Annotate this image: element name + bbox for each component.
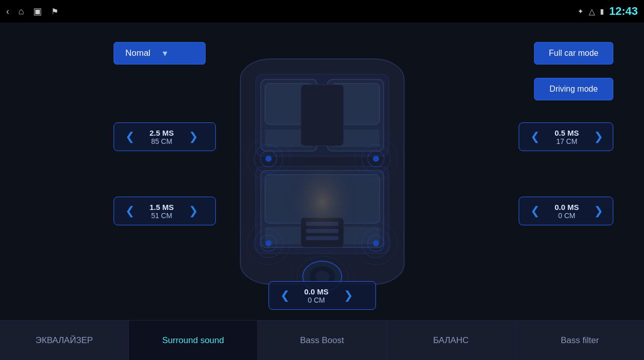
delay-increase-fr[interactable]: ❯ xyxy=(590,128,607,145)
delay-cm-rl: 51 CM xyxy=(144,211,180,220)
dropdown-arrow-icon: ▾ xyxy=(163,48,167,59)
status-bar: ‹ ⌂ ▣ ⚑ ✦ △ ▮ 12:43 xyxy=(0,0,644,23)
delay-ms-fl: 2.5 MS xyxy=(144,129,180,137)
delay-cm-fr: 17 CM xyxy=(549,137,585,145)
delay-ms-rr: 0.0 MS xyxy=(549,203,585,211)
delay-values-rl: 1.5 MS 51 CM xyxy=(144,203,180,220)
tab-bar: ЭКВАЛАЙЗЕР Surround sound Bass Boost БАЛ… xyxy=(0,320,644,360)
delay-increase-rr[interactable]: ❯ xyxy=(590,202,607,220)
delay-decrease-fr[interactable]: ❮ xyxy=(526,128,544,145)
delay-decrease-fl[interactable]: ❮ xyxy=(121,128,139,145)
delay-cm-sub: 0 CM xyxy=(299,296,335,304)
delay-cm-rr: 0 CM xyxy=(549,211,585,220)
delay-box-subwoofer: ❮ 0.0 MS 0 CM ❯ xyxy=(269,281,376,310)
controls-overlay: Nomal ▾ Full car mode Driving mode ❮ 2.5… xyxy=(0,23,644,320)
delay-box-front-right: ❮ 0.5 MS 17 CM ❯ xyxy=(519,122,613,151)
tab-balance[interactable]: БАЛАНС xyxy=(387,321,516,360)
status-icons: ✦ △ ▮ 12:43 xyxy=(578,5,638,18)
delay-increase-rl[interactable]: ❯ xyxy=(185,202,202,220)
delay-box-rear-left: ❮ 1.5 MS 51 CM ❯ xyxy=(114,197,216,225)
tab-equalizer[interactable]: ЭКВАЛАЙЗЕР xyxy=(0,321,129,360)
battery-icon: ▮ xyxy=(600,7,604,15)
delay-values-rr: 0.0 MS 0 CM xyxy=(549,203,585,220)
tab-surround-sound[interactable]: Surround sound xyxy=(129,321,258,360)
preset-label: Nomal xyxy=(125,48,150,58)
delay-ms-rl: 1.5 MS xyxy=(144,203,180,211)
full-car-mode-button[interactable]: Full car mode xyxy=(534,42,613,65)
delay-values-sub: 0.0 MS 0 CM xyxy=(299,287,335,304)
nav-controls: ‹ ⌂ ▣ ⚑ xyxy=(6,6,58,17)
bluetooth-icon: ✦ xyxy=(578,7,584,15)
delay-box-rear-right: ❮ 0.0 MS 0 CM ❯ xyxy=(519,197,613,225)
delay-values-fr: 0.5 MS 17 CM xyxy=(549,129,585,145)
tab-bass-boost[interactable]: Bass Boost xyxy=(258,321,387,360)
clock: 12:43 xyxy=(609,5,638,18)
delay-cm-fl: 85 CM xyxy=(144,137,180,145)
window-icon[interactable]: ▣ xyxy=(33,6,42,17)
delay-decrease-rl[interactable]: ❮ xyxy=(121,202,139,220)
delay-increase-fl[interactable]: ❯ xyxy=(185,128,202,145)
delay-values-fl: 2.5 MS 85 CM xyxy=(144,129,180,145)
main-content: Nomal ▾ Full car mode Driving mode ❮ 2.5… xyxy=(0,23,644,320)
wifi-icon: △ xyxy=(589,7,595,16)
back-icon[interactable]: ‹ xyxy=(6,6,9,17)
delay-decrease-sub[interactable]: ❮ xyxy=(276,287,294,304)
delay-ms-sub: 0.0 MS xyxy=(299,287,335,296)
delay-ms-fr: 0.5 MS xyxy=(549,129,585,137)
flag-icon[interactable]: ⚑ xyxy=(51,7,58,16)
driving-mode-button[interactable]: Driving mode xyxy=(534,78,613,100)
delay-increase-sub[interactable]: ❯ xyxy=(340,287,357,304)
home-icon[interactable]: ⌂ xyxy=(18,6,24,17)
preset-dropdown[interactable]: Nomal ▾ xyxy=(114,42,206,65)
delay-box-front-left: ❮ 2.5 MS 85 CM ❯ xyxy=(114,122,216,151)
delay-decrease-rr[interactable]: ❮ xyxy=(526,202,544,220)
tab-bass-filter[interactable]: Bass filter xyxy=(516,321,644,360)
